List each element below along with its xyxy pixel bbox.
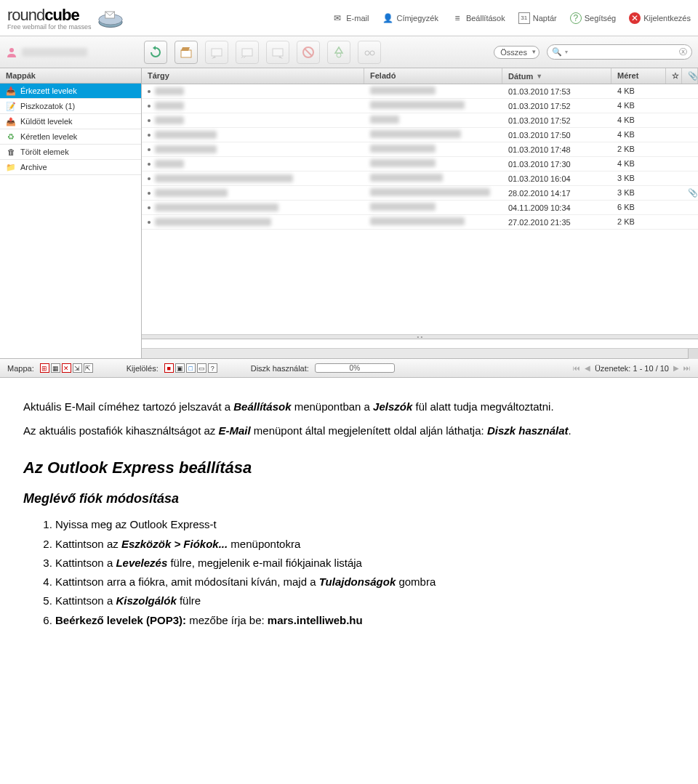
folder-junk[interactable]: ♻Kéretlen levelek <box>0 129 141 145</box>
drafts-icon: 📝 <box>6 101 16 111</box>
doc-step-4: Kattintson arra a fiókra, amit módosítan… <box>55 573 675 590</box>
attachment-cell <box>682 215 698 229</box>
folder-trash[interactable]: 🗑Törölt elemek <box>0 145 141 160</box>
col-date[interactable]: Dátum▼ <box>502 68 611 84</box>
svg-point-12 <box>370 51 374 55</box>
refresh-button[interactable] <box>144 41 167 64</box>
nav-email-label: E-mail <box>346 14 369 23</box>
folder-sent[interactable]: 📤Küldött levelek <box>0 114 141 129</box>
nav-help-label: Segítség <box>585 14 616 23</box>
nav-calendar[interactable]: 31Naptár <box>518 12 557 24</box>
sender-blurred <box>370 145 436 153</box>
subject-blurred <box>155 145 217 153</box>
folders-header: Mappák <box>0 68 141 84</box>
toolbar-buttons <box>144 41 381 64</box>
flag-cell[interactable] <box>666 215 682 229</box>
nav-addressbook[interactable]: 👤Címjegyzék <box>382 12 438 24</box>
help-icon: ? <box>570 12 582 24</box>
nav-logout-label: Kijelentkezés <box>643 14 691 23</box>
table-row[interactable]: 01.03.2010 17:504 KB <box>142 128 698 142</box>
subject-blurred <box>155 160 184 168</box>
filter-select[interactable]: Összes <box>494 46 539 59</box>
page-next-button[interactable]: ▶ <box>673 364 679 372</box>
compose-button[interactable] <box>174 41 198 64</box>
select-invert-button[interactable]: ▭ <box>197 363 206 373</box>
table-row[interactable]: 27.02.2010 21:352 KB <box>142 215 698 230</box>
folder-inbox[interactable]: 📥Érkezett levelek <box>0 84 141 99</box>
unread-dot-icon <box>148 192 151 195</box>
select-none-button[interactable]: ? <box>208 363 217 373</box>
nav-settings[interactable]: ≡Beállítások <box>452 12 505 24</box>
table-row[interactable]: 28.02.2010 14:173 KB📎 <box>142 186 698 201</box>
folder-archive[interactable]: 📁Archive <box>0 160 141 175</box>
mark-button <box>358 41 381 64</box>
table-row[interactable]: 01.03.2010 17:482 KB <box>142 142 698 157</box>
splitter-handle[interactable]: • • <box>142 334 698 339</box>
folder-expunge-button[interactable]: ⊞ <box>40 363 49 373</box>
unread-dot-icon <box>148 206 151 209</box>
flag-cell[interactable] <box>666 99 682 113</box>
flag-cell[interactable] <box>666 201 682 214</box>
current-user <box>6 47 144 58</box>
message-date: 01.03.2010 17:53 <box>502 84 611 98</box>
doc-steps: Nyissa meg az Outlook Express-t Kattints… <box>55 516 675 629</box>
brand-name: roundcube <box>7 6 79 24</box>
nav-help[interactable]: ?Segítség <box>570 12 616 24</box>
flag-cell[interactable] <box>666 113 682 127</box>
nav-logout[interactable]: ✕Kijelentkezés <box>629 12 691 24</box>
folder-controls: ⊞ ▦ ✕ ⇲ ⇱ <box>40 363 93 373</box>
select-controls-label: Kijelölés: <box>127 364 159 373</box>
page-last-button[interactable]: ⏭ <box>683 364 691 372</box>
unread-dot-icon <box>148 163 151 166</box>
clear-search-icon[interactable]: ⓧ <box>679 47 687 57</box>
select-unread-button[interactable]: □ <box>186 363 196 373</box>
col-from[interactable]: Feladó <box>364 68 502 84</box>
delete-button <box>297 41 320 64</box>
folder-import-button[interactable]: ⇲ <box>73 363 82 373</box>
message-date: 01.03.2010 17:52 <box>502 99 611 113</box>
select-page-button[interactable]: ▣ <box>175 363 185 373</box>
flag-cell[interactable] <box>666 142 682 156</box>
folder-empty-button[interactable]: ✕ <box>62 363 71 373</box>
flag-cell[interactable] <box>666 157 682 171</box>
message-list-panel: Tárgy Feladó Dátum▼ Méret ☆ 📎 01.03.2010… <box>142 68 698 358</box>
table-row[interactable]: 01.03.2010 17:524 KB <box>142 99 698 113</box>
search-box[interactable]: 🔍▾ ⓧ <box>547 44 692 60</box>
nav-email[interactable]: ✉E-mail <box>332 12 369 24</box>
col-size[interactable]: Méret <box>611 68 666 84</box>
page-first-button[interactable]: ⏮ <box>573 364 580 372</box>
flag-cell[interactable] <box>666 84 682 98</box>
logo: roundcube Free webmail for the masses <box>7 6 124 31</box>
search-input[interactable] <box>568 48 679 57</box>
pager-text: Üzenetek: 1 - 10 / 10 <box>595 364 669 373</box>
unread-dot-icon <box>148 90 151 93</box>
app-header: roundcube Free webmail for the masses ✉E… <box>0 0 698 36</box>
flag-cell[interactable] <box>666 186 682 200</box>
table-row[interactable]: 01.03.2010 17:304 KB <box>142 157 698 171</box>
col-subject[interactable]: Tárgy <box>142 68 364 84</box>
folder-compact-button[interactable]: ▦ <box>51 363 60 373</box>
sent-icon: 📤 <box>6 116 16 126</box>
message-size: 2 KB <box>611 142 666 156</box>
select-all-button[interactable]: ■ <box>164 363 174 373</box>
table-row[interactable]: 04.11.2009 10:346 KB <box>142 201 698 215</box>
column-headers: Tárgy Feladó Dátum▼ Méret ☆ 📎 <box>142 68 698 84</box>
col-attachment[interactable]: 📎 <box>682 68 698 84</box>
flag-cell[interactable] <box>666 128 682 142</box>
table-row[interactable]: 01.03.2010 17:524 KB <box>142 113 698 128</box>
folder-export-button[interactable]: ⇱ <box>84 363 93 373</box>
table-row[interactable]: 01.03.2010 16:043 KB <box>142 171 698 186</box>
folder-drafts[interactable]: 📝Piszkozatok (1) <box>0 99 141 114</box>
flag-cell[interactable] <box>666 171 682 185</box>
unread-dot-icon <box>148 177 151 180</box>
message-date: 27.02.2010 21:35 <box>502 215 611 229</box>
subject-blurred <box>155 131 217 139</box>
page-prev-button[interactable]: ◀ <box>585 364 590 372</box>
col-flag[interactable]: ☆ <box>666 68 682 84</box>
noentry-icon <box>302 46 315 59</box>
table-row[interactable]: 01.03.2010 17:534 KB <box>142 84 698 99</box>
junk-button <box>327 41 350 64</box>
svg-point-10 <box>337 53 341 57</box>
svg-rect-7 <box>273 49 283 56</box>
person-icon <box>6 47 17 58</box>
